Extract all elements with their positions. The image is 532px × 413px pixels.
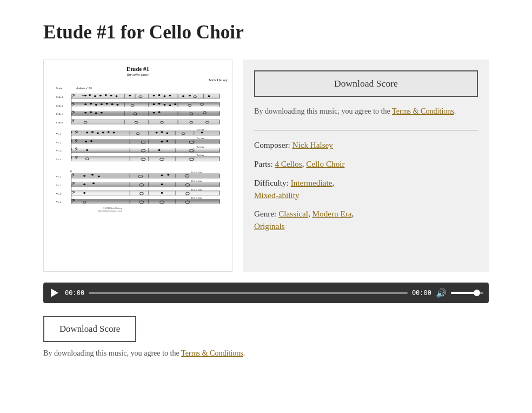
download-score-button-top[interactable]: Download Score (254, 70, 478, 97)
volume-slider[interactable] (451, 292, 483, 294)
parts-value-1[interactable]: 4 Cellos (275, 159, 302, 168)
svg-point-59 (201, 103, 204, 106)
meta-difficulty: Difficulty: Intermediate, Mixed-ability (254, 177, 478, 202)
svg-point-69 (95, 113, 97, 114)
svg-point-21 (129, 95, 131, 96)
genre-label: Genre: (254, 209, 276, 218)
svg-text:𝄢: 𝄢 (71, 190, 75, 196)
svg-point-68 (90, 112, 92, 113)
svg-point-86 (84, 121, 87, 123)
svg-point-15 (94, 95, 96, 97)
download-section-bottom: Download Score By downloading this music… (43, 316, 489, 359)
play-button[interactable] (49, 287, 61, 299)
svg-point-18 (110, 95, 112, 96)
svg-text:𝄢: 𝄢 (71, 181, 75, 187)
bottom-terms-link[interactable]: Terms & Conditions (181, 349, 243, 357)
svg-text:To Coda: To Coda (197, 146, 204, 148)
svg-text:Vc. 3: Vc. 3 (56, 193, 62, 195)
svg-point-240 (83, 201, 86, 203)
svg-point-115 (91, 131, 94, 133)
svg-point-242 (139, 201, 144, 204)
svg-point-214 (139, 183, 144, 186)
svg-point-55 (169, 104, 171, 106)
svg-point-92 (190, 121, 193, 123)
svg-text:𝄢: 𝄢 (71, 119, 75, 124)
svg-point-43 (90, 103, 92, 104)
svg-point-211 (83, 183, 85, 185)
svg-point-156 (141, 149, 145, 152)
score-title: Etude #1 (127, 65, 149, 72)
meta-genre: Genre: Classical, Modern Era, Originals (254, 208, 478, 233)
sidebar: Download Score By downloading this music… (243, 60, 489, 272)
svg-text:http://celloenpassion.com/: http://celloenpassion.com/ (98, 209, 123, 212)
divider (254, 130, 478, 130)
svg-point-116 (97, 132, 99, 134)
svg-point-50 (131, 104, 134, 107)
svg-text:Cello 4: Cello 4 (56, 121, 64, 124)
parts-value-2[interactable]: Cello Choir (306, 159, 344, 168)
svg-point-201 (167, 174, 169, 176)
svg-point-93 (206, 121, 209, 123)
svg-text:D.S. al Coda: D.S. al Coda (191, 180, 202, 182)
difficulty-value-2[interactable]: Mixed-ability (254, 191, 300, 200)
svg-text:Cello 3: Cello 3 (56, 113, 64, 115)
svg-point-72 (134, 113, 137, 115)
svg-point-77 (190, 113, 193, 115)
svg-point-32 (194, 96, 197, 98)
svg-text:Vc. 2: Vc. 2 (56, 184, 62, 187)
composer-value[interactable]: Nick Halsey (292, 140, 333, 149)
score-preview: Etude #1 for cello choir Nick Halsey Sco… (44, 60, 232, 271)
genre-value-1[interactable]: Classical (278, 209, 308, 218)
terms-link-top[interactable]: Terms & Conditions (392, 107, 454, 115)
svg-point-129 (201, 132, 203, 133)
svg-point-216 (161, 183, 163, 185)
svg-point-23 (139, 96, 142, 98)
svg-text:Vc. 2: Vc. 2 (56, 141, 62, 144)
difficulty-value-1[interactable]: Intermediate (291, 178, 332, 187)
svg-text:D.S. al Coda: D.S. al Coda (191, 171, 202, 174)
svg-point-45 (101, 103, 103, 105)
svg-point-34 (208, 95, 210, 97)
diff-comma: , (332, 178, 334, 187)
terms-text-top: By downloading this music, you agree to … (254, 106, 478, 117)
parts-label: Parts: (254, 159, 273, 168)
svg-point-194 (83, 175, 85, 176)
volume-icon[interactable]: 🔊 (436, 288, 447, 298)
svg-point-196 (98, 175, 100, 177)
score-composer-right: Nick Halsey (48, 78, 228, 82)
svg-point-58 (188, 104, 191, 107)
svg-text:𝄢: 𝄢 (75, 155, 78, 161)
svg-point-13 (84, 95, 87, 96)
svg-point-244 (160, 201, 164, 204)
svg-point-31 (189, 95, 191, 96)
svg-point-56 (174, 103, 176, 105)
svg-point-46 (106, 103, 108, 104)
volume-knob (474, 290, 480, 296)
svg-point-124 (161, 131, 163, 133)
play-icon (51, 289, 58, 297)
svg-point-114 (86, 132, 88, 133)
svg-point-246 (185, 201, 190, 204)
svg-text:𝄢: 𝄢 (75, 130, 78, 136)
total-time: 00:00 (412, 289, 431, 297)
genre-comma-2: , (352, 209, 354, 218)
score-subtitle: for cello choir (127, 73, 149, 77)
svg-point-226 (83, 192, 85, 194)
meta-section: Composer: Nick Halsey Parts: 4 Cellos, C… (254, 139, 478, 233)
download-score-button-bottom[interactable]: Download Score (43, 316, 136, 342)
svg-text:𝄢: 𝄢 (71, 110, 75, 116)
terms-after-top: . (454, 107, 456, 115)
svg-point-138 (90, 140, 92, 142)
progress-bar[interactable] (89, 292, 408, 294)
svg-point-117 (102, 132, 104, 133)
svg-point-173 (160, 158, 164, 161)
genre-value-2[interactable]: Modern Era (312, 209, 352, 218)
svg-text:To Coda: To Coda (197, 154, 204, 156)
svg-point-78 (203, 112, 207, 114)
page-title: Etude #1 for Cello Choir (43, 22, 489, 43)
svg-point-47 (111, 103, 114, 105)
svg-point-25 (153, 95, 155, 96)
svg-point-121 (136, 133, 139, 135)
genre-value-3[interactable]: Originals (254, 221, 285, 231)
svg-point-30 (182, 95, 184, 97)
